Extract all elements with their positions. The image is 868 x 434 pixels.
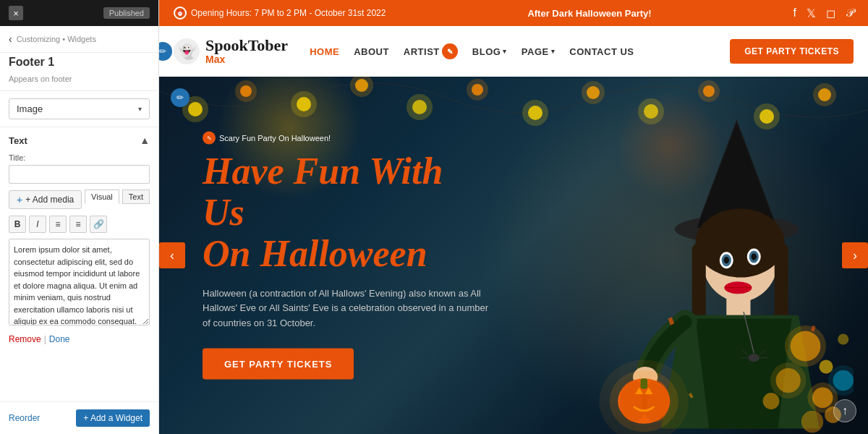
hero-edit-pencil[interactable]: ✏ [171, 88, 190, 107]
hero-title: Have Fun With Us On Halloween [203, 150, 492, 275]
add-media-label: + Add media [25, 195, 74, 205]
svg-point-66 [820, 360, 833, 374]
svg-point-0 [188, 102, 203, 116]
top-bar-left: ⏰ Opening Hours: 7 PM to 2 PM - October … [174, 7, 386, 20]
sidebar-title: Footer 1 [0, 53, 158, 75]
party-text: After Dark Halloween Party! [527, 8, 651, 19]
page-caret: ▾ [551, 48, 556, 55]
sidebar-topbar: × Published [0, 0, 158, 26]
navbar: ✏ 👻 SpookTober Max HOME ABOUT ARTIST ✎ B… [159, 26, 868, 77]
nav-edit-pencil[interactable]: ✏ [159, 42, 172, 61]
svg-point-8 [412, 100, 427, 114]
clock-icon: ⏰ [174, 7, 187, 20]
svg-point-4 [297, 97, 311, 111]
collapse-button[interactable]: ▲ [140, 135, 150, 146]
facebook-icon[interactable]: f [793, 7, 796, 20]
ghost-icon: 👻 [174, 38, 200, 64]
hero-image-area [478, 77, 868, 434]
unordered-list-button[interactable]: ≡ [49, 216, 67, 233]
sidebar-footer: Reorder + Add a Widget [0, 401, 158, 434]
link-button[interactable]: 🔗 [90, 216, 107, 233]
svg-rect-30 [692, 243, 706, 326]
hero-next-arrow[interactable]: › [842, 242, 868, 268]
svg-point-5 [291, 91, 317, 117]
nav-link-contact[interactable]: CONTACT US [569, 46, 634, 57]
svg-point-37 [751, 253, 757, 260]
pinterest-icon[interactable]: 𝒫 [846, 7, 854, 20]
hero-content: ✎ Scary Fun Party On Halloween! Have Fun… [203, 132, 492, 380]
editor-tabs: Visual Text [85, 190, 150, 204]
title-input[interactable] [9, 165, 150, 184]
hero-small-label: Scary Fun Party On Halloween! [219, 134, 331, 142]
image-dropdown[interactable]: Image ▾ [9, 98, 150, 119]
get-tickets-nav-button[interactable]: GET PARTY TICKETS [730, 39, 854, 64]
back-button[interactable]: ‹ [9, 33, 12, 45]
svg-point-9 [407, 94, 433, 120]
hero-prev-arrow[interactable]: ‹ [159, 242, 185, 268]
nav-link-blog[interactable]: BLOG ▾ [472, 46, 507, 57]
bold-button[interactable]: B [9, 216, 26, 233]
svg-point-65 [801, 411, 823, 433]
italic-button[interactable]: I [29, 216, 46, 233]
svg-point-64 [763, 393, 780, 409]
top-bar: ⏰ Opening Hours: 7 PM to 2 PM - October … [159, 0, 868, 26]
text-section-header: Text ▲ [9, 135, 150, 146]
instagram-icon[interactable]: ◻ [826, 7, 835, 20]
sidebar-back-row: ‹ Customizing • Widgets [0, 26, 158, 53]
blog-caret: ▾ [503, 48, 507, 55]
logo-text: SpookTober Max [205, 37, 288, 66]
hero-title-line1: Have Fun With Us [203, 150, 443, 233]
svg-point-3 [235, 80, 257, 102]
title-field-label: Title: [9, 153, 150, 162]
close-button[interactable]: × [9, 6, 23, 20]
separator: | [44, 334, 46, 344]
remove-done-row: Remove | Done [9, 334, 150, 344]
tab-visual[interactable]: Visual [85, 190, 119, 204]
text-section: Text ▲ Title: + + Add media Visual Text … [0, 127, 158, 352]
opening-hours-text: Opening Hours: 7 PM to 2 PM - October 31… [191, 8, 386, 18]
remove-link[interactable]: Remove [9, 334, 41, 344]
svg-point-7 [350, 77, 373, 97]
svg-rect-40 [726, 294, 750, 315]
ordered-list-button[interactable]: ≡ [69, 216, 87, 233]
svg-point-59 [785, 326, 826, 367]
scroll-up-button[interactable]: ↑ [833, 399, 856, 422]
add-widget-button[interactable]: + Add a Widget [76, 409, 150, 427]
hero-cta-button[interactable]: GET PARTY TICKETS [203, 348, 354, 379]
witch-svg [579, 80, 854, 434]
logo-sub: Max [205, 54, 288, 65]
image-section: Image ▾ [0, 91, 158, 127]
svg-point-53 [749, 354, 760, 362]
svg-point-29 [696, 209, 786, 278]
svg-point-34 [723, 257, 729, 264]
nav-link-home[interactable]: HOME [310, 46, 339, 57]
nav-links: HOME ABOUT ARTIST ✎ BLOG ▾ PAGE ▾ CONTAC… [310, 43, 730, 59]
published-badge: Published [103, 7, 150, 19]
reorder-link[interactable]: Reorder [9, 413, 40, 423]
logo-area: 👻 SpookTober Max [174, 37, 288, 66]
hero-small-circle-icon: ✎ [203, 132, 216, 145]
tab-text[interactable]: Text [122, 190, 150, 204]
hero-small-text: ✎ Scary Fun Party On Halloween! [203, 132, 492, 145]
main-content: ⏰ Opening Hours: 7 PM to 2 PM - October … [159, 0, 868, 434]
image-dropdown-label: Image [17, 103, 43, 114]
nav-link-artist[interactable]: ARTIST ✎ [404, 43, 458, 59]
svg-point-67 [838, 333, 848, 344]
hero-description: Halloween (a contraction of All Hallows'… [203, 286, 492, 331]
svg-point-6 [355, 79, 368, 92]
nav-link-page[interactable]: PAGE ▾ [522, 46, 555, 57]
artist-circle-icon: ✎ [442, 43, 458, 59]
sidebar: × Published ‹ Customizing • Widgets Foot… [0, 0, 159, 434]
formatting-toolbar: B I ≡ ≡ 🔗 [9, 216, 150, 233]
breadcrumb: Customizing • Widgets [17, 35, 96, 43]
svg-point-2 [240, 85, 252, 97]
body-text-area[interactable]: Lorem ipsum dolor sit amet, consectetur … [9, 239, 150, 326]
add-media-button[interactable]: + + Add media [9, 190, 82, 209]
text-section-label: Text [9, 135, 27, 146]
chevron-down-icon: ▾ [138, 105, 142, 113]
nav-link-about[interactable]: ABOUT [354, 46, 389, 57]
logo-name: SpookTober [205, 37, 288, 54]
hero-title-line2: On Halloween [203, 233, 427, 274]
twitter-icon[interactable]: 𝕏 [807, 7, 816, 20]
done-link[interactable]: Done [49, 334, 70, 344]
